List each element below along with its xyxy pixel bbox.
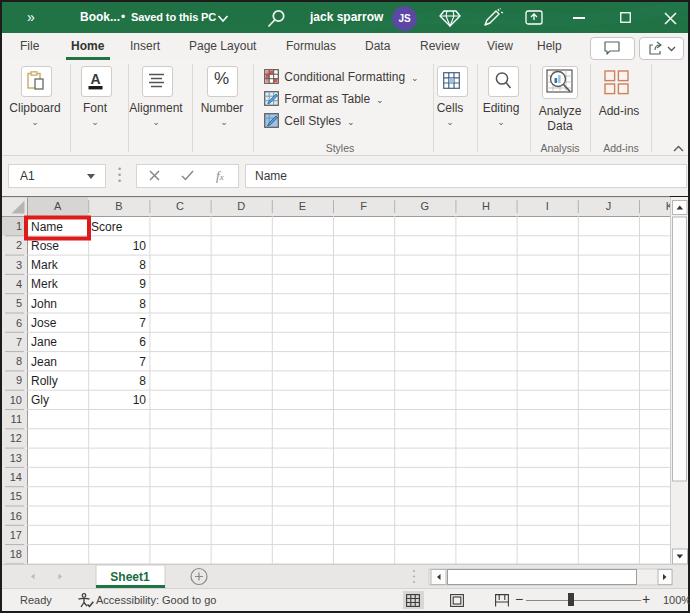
svg-text:1: 1: [16, 220, 22, 232]
svg-text:8: 8: [139, 258, 146, 272]
svg-text:E: E: [299, 200, 306, 212]
svg-text:9: 9: [139, 277, 146, 291]
svg-text:15: 15: [10, 490, 22, 502]
svg-text:8: 8: [16, 355, 22, 367]
svg-text:2: 2: [16, 239, 22, 251]
svg-text:18: 18: [10, 548, 22, 560]
svg-text:A: A: [54, 200, 62, 212]
svg-text:Name: Name: [31, 220, 63, 234]
svg-text:I: I: [546, 200, 549, 212]
svg-text:Merk: Merk: [31, 277, 59, 291]
svg-text:B: B: [115, 200, 122, 212]
svg-text:John: John: [31, 297, 57, 311]
svg-text:11: 11: [11, 413, 22, 425]
svg-text:6: 6: [16, 317, 22, 329]
svg-text:7: 7: [139, 316, 146, 330]
svg-text:16: 16: [10, 510, 22, 522]
svg-text:7: 7: [16, 336, 22, 348]
svg-text:14: 14: [10, 471, 22, 483]
svg-text:4: 4: [16, 278, 22, 290]
svg-text:J: J: [606, 200, 612, 212]
svg-text:D: D: [237, 200, 245, 212]
svg-text:3: 3: [16, 259, 22, 271]
svg-text:F: F: [360, 200, 367, 212]
svg-text:Jean: Jean: [31, 355, 57, 369]
svg-text:17: 17: [10, 529, 22, 541]
svg-text:10: 10: [133, 239, 147, 253]
svg-text:10: 10: [10, 394, 22, 406]
svg-text:7: 7: [139, 355, 146, 369]
svg-text:Mark: Mark: [31, 258, 59, 272]
svg-text:H: H: [482, 200, 490, 212]
svg-text:Rose: Rose: [31, 239, 59, 253]
svg-text:Gly: Gly: [31, 393, 49, 407]
svg-text:8: 8: [139, 297, 146, 311]
svg-text:9: 9: [16, 374, 22, 386]
svg-text:13: 13: [10, 452, 22, 464]
svg-text:6: 6: [139, 335, 146, 349]
svg-text:12: 12: [10, 432, 22, 444]
svg-text:5: 5: [16, 297, 22, 309]
svg-text:Score: Score: [91, 220, 123, 234]
svg-text:10: 10: [133, 393, 147, 407]
svg-text:Sheet1: Sheet1: [110, 570, 150, 584]
svg-text:Jose: Jose: [31, 316, 57, 330]
svg-text:G: G: [421, 200, 430, 212]
svg-text:Jane: Jane: [31, 335, 57, 349]
svg-text:Rolly: Rolly: [31, 374, 58, 388]
svg-text:C: C: [176, 200, 184, 212]
svg-text:8: 8: [139, 374, 146, 388]
